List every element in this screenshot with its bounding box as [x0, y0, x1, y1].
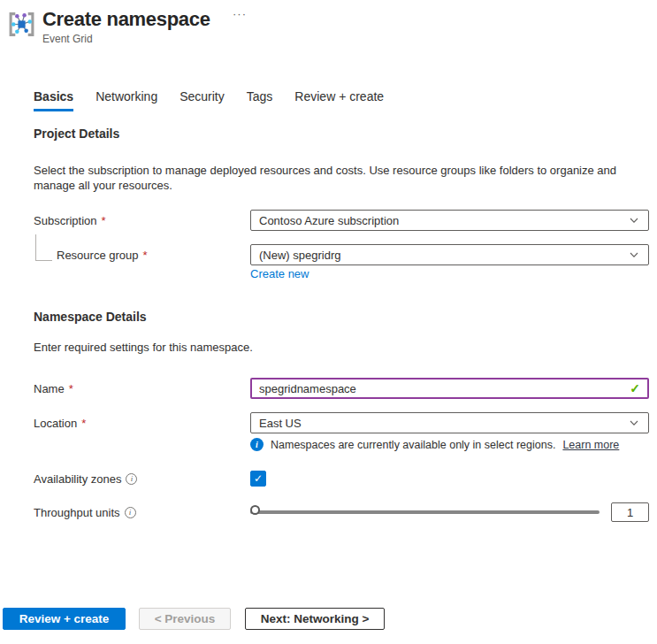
throughput-units-input[interactable]	[611, 502, 649, 522]
name-row: Name * ✓	[34, 378, 649, 399]
project-details-heading: Project Details	[34, 126, 119, 141]
review-create-button[interactable]: Review + create	[3, 608, 126, 630]
info-icon: i	[250, 438, 264, 451]
create-new-link[interactable]: Create new	[250, 267, 309, 280]
more-options-icon[interactable]: ···	[233, 7, 247, 20]
info-tooltip-icon[interactable]: i	[125, 507, 136, 518]
required-asterisk: *	[102, 214, 106, 227]
location-info-message: i Namespaces are currently available onl…	[250, 438, 619, 451]
chevron-down-icon	[628, 417, 640, 429]
subscription-value: Contoso Azure subscription	[259, 214, 399, 227]
page-title: Create namespace	[42, 8, 210, 31]
availability-zones-row: Availability zones i ✓	[34, 471, 649, 487]
namespace-details-heading: Namespace Details	[34, 310, 147, 324]
resource-group-label: Resource group *	[34, 249, 250, 262]
name-field: ✓	[250, 378, 649, 399]
tab-basics[interactable]: Basics	[34, 89, 73, 111]
location-dropdown[interactable]: East US	[250, 412, 649, 433]
page-header: Create namespace Event Grid	[7, 8, 210, 45]
tab-review-create[interactable]: Review + create	[294, 89, 384, 111]
chevron-down-icon	[628, 249, 640, 261]
next-networking-button[interactable]: Next: Networking >	[245, 608, 385, 630]
chevron-down-icon	[628, 214, 640, 226]
tab-tags[interactable]: Tags	[247, 89, 273, 111]
required-asterisk: *	[69, 382, 73, 395]
resource-group-dropdown[interactable]: (New) spegridrg	[250, 244, 649, 265]
tab-security[interactable]: Security	[180, 89, 225, 111]
resource-group-value: (New) spegridrg	[259, 249, 340, 262]
required-asterisk: *	[81, 417, 86, 430]
subscription-dropdown[interactable]: Contoso Azure subscription	[250, 210, 649, 231]
throughput-slider	[250, 502, 649, 522]
check-icon: ✓	[254, 472, 263, 485]
location-row: Location * East US	[34, 412, 649, 433]
location-value: East US	[259, 417, 302, 430]
wizard-footer: Review + create < Previous Next: Network…	[3, 608, 385, 630]
wizard-tabs: Basics Networking Security Tags Review +…	[34, 89, 384, 111]
slider-handle[interactable]	[250, 505, 260, 515]
resource-group-row: Resource group * (New) spegridrg	[34, 244, 649, 265]
location-label: Location *	[34, 417, 250, 430]
location-info-text: Namespaces are currently available only …	[271, 439, 555, 451]
required-asterisk: *	[143, 249, 148, 262]
project-description: Select the subscription to manage deploy…	[34, 163, 646, 193]
learn-more-link[interactable]: Learn more	[562, 439, 619, 451]
namespace-description: Enter required settings for this namespa…	[34, 340, 646, 355]
previous-button[interactable]: < Previous	[139, 608, 231, 630]
page-subtitle: Event Grid	[42, 33, 210, 45]
name-input[interactable]	[259, 382, 630, 395]
info-tooltip-icon[interactable]: i	[126, 473, 137, 485]
valid-checkmark-icon: ✓	[630, 381, 640, 395]
hierarchy-connector	[35, 234, 52, 261]
subscription-row: Subscription * Contoso Azure subscriptio…	[34, 210, 649, 231]
event-grid-icon	[7, 10, 36, 39]
availability-zones-checkbox[interactable]: ✓	[250, 471, 266, 487]
name-label: Name *	[34, 382, 250, 395]
slider-track[interactable]	[250, 503, 600, 521]
throughput-units-row: Throughput units i	[34, 502, 649, 522]
tab-networking[interactable]: Networking	[95, 89, 157, 111]
subscription-label: Subscription *	[34, 214, 250, 227]
availability-zones-label: Availability zones i	[34, 472, 250, 486]
throughput-units-label: Throughput units i	[34, 506, 250, 519]
